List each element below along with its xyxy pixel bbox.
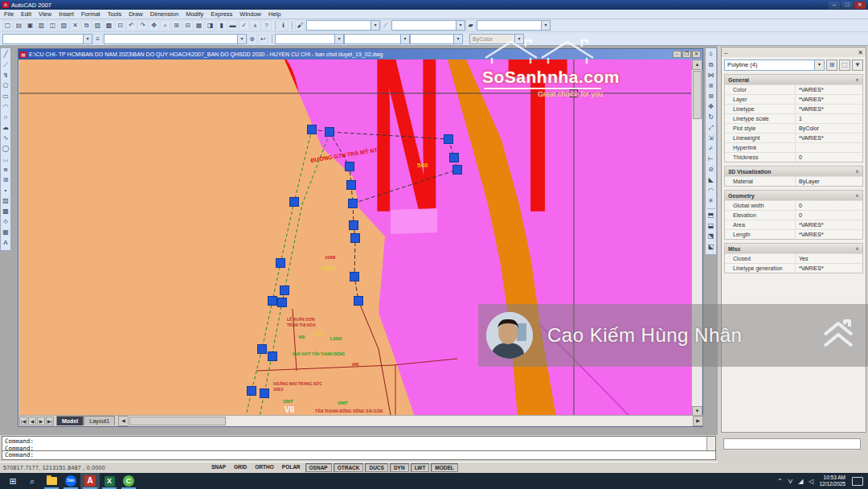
property-value[interactable]: *VARIES* bbox=[796, 95, 862, 104]
grip-point[interactable] bbox=[346, 162, 354, 171]
workspace-combo[interactable]: ▾ bbox=[2, 34, 92, 44]
toggle-ducs[interactable]: DUCS bbox=[365, 463, 387, 472]
grip-point[interactable] bbox=[278, 298, 287, 307]
property-row[interactable]: Linetype generation*VARIES* bbox=[725, 263, 862, 273]
scroll-left-icon[interactable]: ◀ bbox=[118, 416, 129, 426]
spline-icon[interactable]: ∿ bbox=[1, 134, 10, 143]
copy-icon[interactable]: ⧉ bbox=[706, 60, 716, 70]
menu-express[interactable]: Express bbox=[211, 10, 232, 18]
polyline-icon[interactable]: ↯ bbox=[1, 71, 10, 80]
publish-icon[interactable]: ▧ bbox=[59, 20, 69, 31]
property-value[interactable]: 1 bbox=[796, 114, 862, 123]
lineweight-combo[interactable]: ▾ bbox=[477, 20, 551, 31]
toggle-ortho[interactable]: ORTHO bbox=[252, 463, 276, 472]
property-row[interactable]: Color*VARIES* bbox=[725, 84, 862, 94]
property-value[interactable]: ByLayer bbox=[796, 177, 862, 186]
property-value[interactable]: *VARIES* bbox=[796, 264, 862, 273]
collapse-chevron-icon[interactable]: « bbox=[855, 194, 861, 197]
color-combo[interactable]: ▾ bbox=[306, 20, 380, 31]
property-row[interactable]: Thickness0 bbox=[725, 152, 862, 162]
property-row[interactable]: Plot styleByColor bbox=[725, 123, 862, 133]
section-header[interactable]: 3D Visualization« bbox=[725, 166, 862, 176]
grip-point[interactable] bbox=[349, 199, 358, 208]
notification-center-icon[interactable] bbox=[852, 477, 863, 486]
property-row[interactable]: Hyperlink bbox=[725, 142, 862, 152]
taskbar-excel-icon[interactable]: X bbox=[100, 473, 119, 489]
object-type-combo[interactable]: Polyline (4) ▾ bbox=[724, 60, 825, 71]
property-value[interactable]: *VARIES* bbox=[796, 220, 862, 229]
toggle-dyn[interactable]: DYN bbox=[390, 463, 409, 472]
toggle-snap[interactable]: SNAP bbox=[208, 463, 229, 472]
make-layer-current-icon[interactable]: ⊕ bbox=[247, 34, 257, 44]
section-header[interactable]: Geometry« bbox=[725, 191, 862, 200]
property-row[interactable]: MaterialByLayer bbox=[725, 176, 862, 186]
grip-point[interactable] bbox=[351, 234, 360, 243]
grip-point[interactable] bbox=[268, 297, 277, 306]
menu-tools[interactable]: Tools bbox=[108, 10, 122, 18]
minimize-button[interactable]: – bbox=[829, 2, 840, 9]
text-style-combo[interactable]: ▾ bbox=[275, 34, 344, 44]
hatch-icon[interactable]: ▨ bbox=[1, 196, 10, 206]
grip-point[interactable] bbox=[268, 352, 277, 361]
zoom-realtime-icon[interactable]: ⌕ bbox=[160, 20, 170, 31]
grip-point[interactable] bbox=[276, 259, 285, 268]
markup-icon[interactable]: ✓ bbox=[239, 20, 249, 31]
menu-draw[interactable]: Draw bbox=[129, 10, 143, 18]
new-icon[interactable]: ▢ bbox=[2, 20, 13, 31]
property-row[interactable]: Elevation0 bbox=[725, 210, 862, 220]
erase-icon[interactable]: ◊ bbox=[706, 50, 716, 60]
plot-preview-icon[interactable]: ◫ bbox=[47, 20, 58, 31]
arc-icon[interactable]: ◠ bbox=[1, 102, 10, 112]
grip-point[interactable] bbox=[248, 387, 256, 396]
collapse-chevron-icon[interactable]: « bbox=[855, 247, 861, 250]
scale-icon[interactable]: ⤢ bbox=[706, 123, 716, 133]
property-row[interactable]: Layer*VARIES* bbox=[725, 94, 862, 104]
match-properties-icon[interactable]: ▩ bbox=[104, 20, 114, 31]
draworder-under-icon[interactable]: ⬕ bbox=[706, 242, 716, 252]
clock[interactable]: 10:53 AM 12/12/2025 bbox=[819, 475, 845, 487]
open-icon[interactable]: ▤ bbox=[14, 20, 24, 31]
palette-close-icon[interactable]: ✕ bbox=[858, 49, 863, 56]
menu-help[interactable]: Help bbox=[268, 10, 280, 18]
taskbar-zalo-icon[interactable]: Zalo bbox=[61, 473, 80, 489]
revcloud-icon[interactable]: ☁ bbox=[1, 123, 10, 133]
tab-model[interactable]: Model bbox=[56, 416, 84, 425]
defender-icon[interactable]: V bbox=[788, 478, 792, 485]
select-objects-button[interactable]: ⬚ bbox=[839, 60, 850, 71]
section-header[interactable]: Misc« bbox=[725, 244, 862, 253]
menu-dimension[interactable]: Dimension bbox=[150, 10, 178, 18]
menu-edit[interactable]: Edit bbox=[21, 10, 31, 18]
linetype-combo[interactable]: ▾ bbox=[391, 20, 465, 31]
region-icon[interactable]: ⟐ bbox=[1, 217, 10, 227]
grip-point[interactable] bbox=[347, 181, 356, 190]
close-button[interactable]: ✕ bbox=[854, 2, 866, 9]
plot-style-combo[interactable]: ByColor▾ bbox=[469, 34, 524, 44]
redo-icon[interactable]: ↷ bbox=[137, 20, 148, 31]
save-icon[interactable]: ▣ bbox=[25, 20, 35, 31]
help-icon[interactable]: ? bbox=[261, 20, 272, 31]
layer-combo[interactable]: ▾ bbox=[104, 34, 247, 44]
section-header[interactable]: General« bbox=[725, 75, 862, 84]
menu-format[interactable]: Format bbox=[81, 10, 100, 18]
trim-icon[interactable]: ⌿ bbox=[706, 144, 716, 154]
chamfer-icon[interactable]: ◣ bbox=[706, 175, 716, 185]
stretch-icon[interactable]: ⇲ bbox=[706, 134, 716, 143]
array-icon[interactable]: ⊞ bbox=[706, 92, 716, 101]
property-row[interactable]: ClosedYes bbox=[725, 253, 862, 263]
sheetset-icon[interactable]: ▬ bbox=[227, 20, 238, 31]
cut-icon[interactable]: ✕ bbox=[70, 20, 80, 31]
scroll-right-icon[interactable]: ▶ bbox=[693, 416, 703, 426]
quick-select-button[interactable]: ▼ bbox=[852, 60, 863, 71]
tab-prev-icon[interactable]: ◀ bbox=[28, 417, 36, 425]
polygon-icon[interactable]: ⬠ bbox=[1, 81, 10, 91]
grip-point[interactable] bbox=[354, 297, 363, 306]
menu-view[interactable]: View bbox=[39, 10, 51, 18]
zoom-previous-icon[interactable]: ⊟ bbox=[182, 20, 193, 31]
draworder-front-icon[interactable]: ⬒ bbox=[706, 211, 716, 220]
menu-modify[interactable]: Modify bbox=[186, 10, 203, 18]
property-value[interactable]: *VARIES* bbox=[796, 230, 862, 239]
property-value[interactable]: 0 bbox=[796, 211, 862, 220]
paste-icon[interactable]: ▨ bbox=[92, 20, 103, 31]
rectangle-icon[interactable]: ▭ bbox=[1, 92, 10, 101]
line-icon[interactable]: ╱ bbox=[1, 50, 10, 60]
